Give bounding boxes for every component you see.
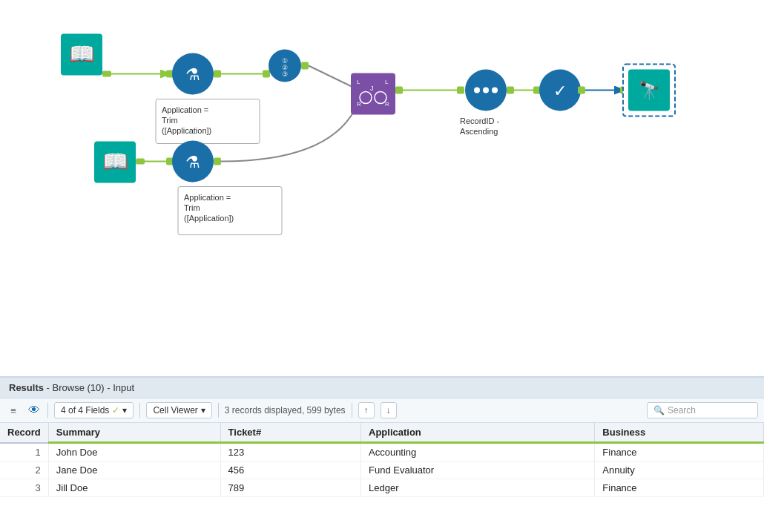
svg-point-46 <box>492 88 498 93</box>
svg-point-45 <box>483 88 489 93</box>
sort-down-button[interactable]: ↓ <box>381 402 397 418</box>
cell-summary-0: John Doe <box>48 443 220 462</box>
svg-text:⚗: ⚗ <box>185 153 200 171</box>
cell-application-2: Ledger <box>361 479 595 497</box>
col-application: Application <box>361 423 595 443</box>
svg-rect-40 <box>395 87 403 94</box>
fields-button[interactable]: 4 of 4 Fields ✓ ▾ <box>54 402 134 418</box>
cell-summary-1: Jane Doe <box>48 462 220 479</box>
svg-rect-27 <box>214 158 221 165</box>
svg-text:([Application]): ([Application]) <box>184 214 234 223</box>
cell-business-1: Annuity <box>595 462 764 479</box>
svg-text:③: ③ <box>282 70 288 78</box>
search-placeholder: Search <box>668 405 696 416</box>
results-subtitle: - Browse (10) - Input <box>44 382 134 393</box>
cell-record-2: 3 <box>0 479 48 497</box>
svg-rect-49 <box>507 87 514 94</box>
search-icon: 🔍 <box>653 405 665 416</box>
cell-business-2: Finance <box>595 479 764 497</box>
svg-rect-14 <box>301 62 309 70</box>
table-row: 1 John Doe 123 Accounting Finance <box>0 443 764 462</box>
results-title: Results <box>9 382 44 393</box>
col-ticket: Ticket# <box>220 423 360 443</box>
svg-line-15 <box>309 66 355 88</box>
cell-record-1: 2 <box>0 462 48 479</box>
svg-text:L: L <box>357 79 360 85</box>
svg-text:([Application]): ([Application]) <box>162 126 211 135</box>
svg-text:🔭: 🔭 <box>638 79 660 101</box>
workflow-canvas: 📖 ⚗ ① ② ③ Application = <box>0 0 764 376</box>
svg-rect-22 <box>136 159 145 165</box>
table-row: 3 Jill Doe 789 Ledger Finance <box>0 479 764 497</box>
cell-business-0: Finance <box>595 443 764 462</box>
table-row: 2 Jane Doe 456 Fund Evaluator Annuity <box>0 462 764 479</box>
list-icon[interactable]: ≡ <box>6 403 21 418</box>
browse-node[interactable]: 🔭 <box>623 65 675 116</box>
cell-application-1: Fund Evaluator <box>361 462 595 479</box>
svg-point-44 <box>474 88 480 93</box>
eyedropper-icon[interactable]: 👁 <box>27 403 42 418</box>
svg-text:RecordID -: RecordID - <box>460 116 500 125</box>
book-node-1[interactable]: 📖 <box>61 34 102 76</box>
svg-text:📖: 📖 <box>102 149 128 174</box>
results-table: Record Summary Ticket# Application Busin… <box>0 423 764 497</box>
check-node[interactable]: ✓ <box>539 70 581 111</box>
join-node[interactable]: L L J R R <box>351 73 395 115</box>
cell-ticket-0: 123 <box>220 443 360 462</box>
svg-rect-7 <box>214 70 221 78</box>
svg-rect-2 <box>102 71 111 77</box>
col-record: Record <box>0 423 48 443</box>
results-panel: Results - Browse (10) - Input ≡ 👁 4 of 4… <box>0 376 764 532</box>
results-header: Results - Browse (10) - Input <box>0 378 764 398</box>
col-business: Business <box>595 423 764 443</box>
svg-rect-55 <box>578 87 585 94</box>
svg-text:Trim: Trim <box>184 203 200 212</box>
svg-text:📖: 📖 <box>69 42 95 66</box>
svg-text:✓: ✓ <box>553 82 567 100</box>
svg-text:Ascending: Ascending <box>460 127 498 136</box>
svg-text:Trim: Trim <box>162 116 178 125</box>
cell-application-0: Accounting <box>361 443 595 462</box>
cell-summary-2: Jill Doe <box>48 479 220 497</box>
svg-text:J: J <box>370 85 374 92</box>
records-info: 3 records displayed, 599 bytes <box>225 405 346 416</box>
book-node-2[interactable]: 📖 <box>94 142 136 183</box>
cell-ticket-1: 456 <box>220 462 360 479</box>
fields-label: 4 of 4 Fields <box>61 405 109 416</box>
search-box[interactable]: 🔍 Search <box>647 402 758 418</box>
svg-text:Application =: Application = <box>162 105 208 114</box>
col-summary: Summary <box>48 423 220 443</box>
svg-text:Application =: Application = <box>184 193 231 202</box>
svg-text:⚗: ⚗ <box>185 65 200 84</box>
svg-rect-9 <box>263 70 270 78</box>
flask-node-2[interactable]: ⚗ <box>172 141 214 183</box>
cell-ticket-2: 789 <box>220 479 360 497</box>
svg-text:L: L <box>385 79 389 85</box>
cell-viewer-label: Cell Viewer <box>153 405 197 416</box>
results-toolbar: ≡ 👁 4 of 4 Fields ✓ ▾ Cell Viewer ▾ 3 re… <box>0 398 764 423</box>
svg-rect-42 <box>457 87 464 94</box>
dots-node[interactable] <box>465 70 507 111</box>
data-table-container: Record Summary Ticket# Application Busin… <box>0 423 764 532</box>
cell-viewer-button[interactable]: Cell Viewer ▾ <box>146 402 211 418</box>
cell-record-0: 1 <box>0 443 48 462</box>
check-icon: ✓ <box>112 405 119 416</box>
chevron-down-icon: ▾ <box>122 405 127 416</box>
number-node[interactable]: ① ② ③ <box>269 50 301 82</box>
sort-up-button[interactable]: ↑ <box>358 402 375 418</box>
viewer-chevron-icon: ▾ <box>201 405 205 416</box>
flask-node-1[interactable]: ⚗ <box>172 53 214 95</box>
